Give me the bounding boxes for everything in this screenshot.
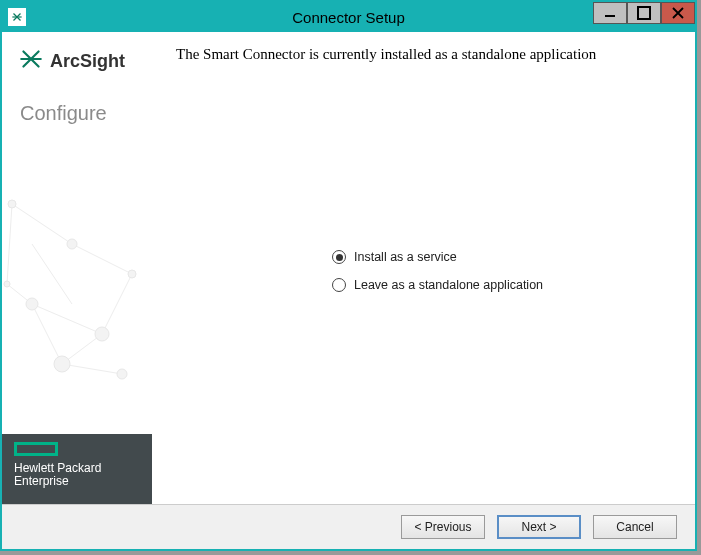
svg-point-11 [67, 239, 77, 249]
main-panel: The Smart Connector is currently install… [152, 32, 695, 504]
svg-line-2 [32, 304, 102, 334]
close-button[interactable] [661, 2, 695, 24]
hpe-logo-icon [14, 442, 58, 456]
vendor-line-2: Enterprise [14, 475, 140, 488]
svg-line-4 [72, 244, 132, 274]
sidebar-subtitle: Configure [18, 102, 142, 125]
page-headline: The Smart Connector is currently install… [176, 46, 671, 63]
app-window: Connector Setup ArcSight Configure [0, 0, 697, 551]
arcsight-logo-icon [18, 46, 44, 76]
svg-line-3 [102, 274, 132, 334]
previous-button[interactable]: < Previous [401, 515, 485, 539]
title-bar: Connector Setup [2, 2, 695, 32]
svg-line-5 [32, 304, 62, 364]
radio-icon [332, 250, 346, 264]
options-group: Install as a service Leave as a standalo… [332, 250, 543, 306]
footer-bar: < Previous Next > Cancel [2, 504, 695, 549]
svg-point-10 [8, 200, 16, 208]
cancel-button[interactable]: Cancel [593, 515, 677, 539]
app-icon [8, 8, 26, 26]
svg-line-8 [7, 204, 12, 284]
svg-line-6 [62, 364, 122, 374]
window-title: Connector Setup [2, 9, 695, 26]
decorative-network-icon [2, 184, 152, 384]
svg-point-17 [4, 281, 10, 287]
svg-point-14 [128, 270, 136, 278]
svg-point-12 [26, 298, 38, 310]
radio-icon [332, 278, 346, 292]
next-button[interactable]: Next > [497, 515, 581, 539]
svg-point-16 [117, 369, 127, 379]
vendor-panel: Hewlett Packard Enterprise [2, 434, 152, 504]
minimize-button[interactable] [593, 2, 627, 24]
option-label: Leave as a standalone application [354, 278, 543, 292]
sidebar: ArcSight Configure [2, 32, 152, 504]
svg-point-15 [54, 356, 70, 372]
svg-point-13 [95, 327, 109, 341]
brand-name: ArcSight [50, 51, 125, 72]
svg-line-1 [32, 244, 72, 304]
option-label: Install as a service [354, 250, 457, 264]
maximize-button[interactable] [627, 2, 661, 24]
option-install-as-service[interactable]: Install as a service [332, 250, 543, 264]
svg-line-0 [12, 204, 72, 244]
option-leave-standalone[interactable]: Leave as a standalone application [332, 278, 543, 292]
